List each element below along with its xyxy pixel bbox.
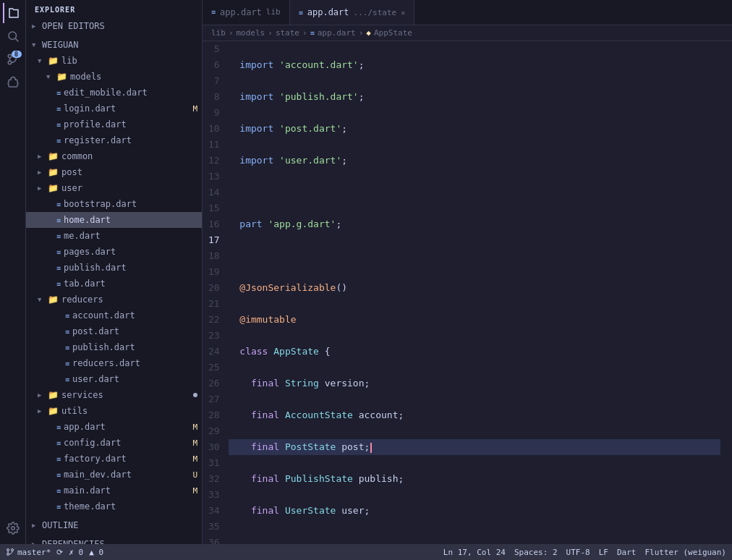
status-errors[interactable]: ✗ 0 (69, 548, 83, 557)
folder-common-label: common (61, 151, 93, 161)
folder-reducers-label: reducers (61, 294, 103, 305)
file-user-reducer[interactable]: ▶ ≡ user.dart (26, 371, 202, 387)
folder-services-label: services (61, 390, 103, 400)
breadcrumb-file[interactable]: app.dart (318, 28, 356, 38)
code-line-15: final String version; (229, 376, 720, 391)
folder-lib-arrow: ▼ (38, 57, 46, 64)
folder-utils-label: utils (61, 406, 88, 416)
file-publish-reducer[interactable]: ▶ ≡ publish.dart (26, 339, 202, 355)
code-line-8: import 'user.dart'; (229, 153, 720, 169)
tab-close-button[interactable]: ✕ (401, 9, 405, 17)
breadcrumb-models[interactable]: models (237, 28, 265, 38)
file-login[interactable]: ▶ ≡ login.dart M (26, 101, 202, 116)
weiguan-header[interactable]: ▼ WEIGUAN (26, 37, 202, 53)
activity-bar: 8 (0, 0, 26, 544)
status-left: master* ⟳ ✗ 0 ▲ 0 (6, 548, 103, 557)
file-factory-label: factory.dart (64, 454, 127, 464)
folder-common[interactable]: ▶ 📁 common (26, 148, 202, 164)
file-publish[interactable]: ▶ ≡ publish.dart (26, 260, 202, 276)
tab-app-dart-lib-label: app.dart (220, 7, 262, 17)
file-home[interactable]: ▶ ≡ home.dart (26, 212, 202, 228)
debug-icon[interactable] (3, 72, 23, 93)
breadcrumb-class[interactable]: AppState (374, 28, 412, 38)
status-warnings[interactable]: ▲ 0 (89, 548, 103, 557)
tab-app-dart-state-label: app.dart (307, 7, 349, 17)
file-account[interactable]: ▶ ≡ account.dart (26, 307, 202, 323)
folder-reducers[interactable]: ▼ 📁 reducers (26, 292, 202, 307)
file-main-dev[interactable]: ▶ ≡ main_dev.dart U (26, 467, 202, 483)
status-framework[interactable]: Flutter (weiguan) (644, 548, 726, 557)
status-language[interactable]: Dart (617, 548, 637, 557)
file-post[interactable]: ▶ ≡ post.dart (26, 323, 202, 339)
files-icon[interactable] (3, 3, 23, 23)
file-bootstrap-label: bootstrap.dart (64, 199, 137, 209)
status-cursor: Ln 17, Col 24 (443, 548, 506, 557)
file-config-label: config.dart (64, 438, 121, 448)
outline-arrow: ▶ (32, 522, 41, 529)
file-theme[interactable]: ▶ ≡ theme.dart (26, 499, 202, 514)
folder-models-label: models (70, 72, 101, 82)
code-line-9 (229, 184, 720, 200)
code-line-14: class AppState { (229, 344, 720, 360)
file-bootstrap[interactable]: ▶ ≡ bootstrap.dart (26, 196, 202, 212)
folder-post[interactable]: ▶ 📁 post (26, 164, 202, 180)
outline-header[interactable]: ▶ OUTLINE (26, 517, 202, 533)
file-pages[interactable]: ▶ ≡ pages.dart (26, 244, 202, 260)
file-main-dev-modified: U (192, 470, 197, 480)
svg-point-0 (9, 32, 17, 40)
code-editor[interactable]: 5 6 7 8 9 10 11 12 13 14 15 16 17 18 19 … (203, 41, 732, 544)
status-git[interactable]: master* (6, 548, 51, 557)
svg-point-8 (7, 549, 9, 551)
file-publish-label: publish.dart (64, 263, 127, 273)
file-user-reducer-label: user.dart (72, 374, 119, 384)
file-app-modified: M (192, 423, 197, 432)
tab-app-dart-lib[interactable]: ≡ app.dart lib (203, 0, 290, 25)
open-editors-arrow: ▶ (32, 22, 41, 30)
file-tab[interactable]: ▶ ≡ tab.dart (26, 276, 202, 292)
tab-app-dart-state[interactable]: ≡ app.dart .../state ✕ (290, 0, 414, 25)
folder-utils[interactable]: ▶ 📁 utils (26, 403, 202, 419)
code-line-5: import 'account.dart'; (229, 57, 720, 73)
folder-services[interactable]: ▶ 📁 services (26, 387, 202, 403)
folder-models-arrow: ▼ (46, 73, 55, 80)
settings-icon[interactable] (3, 518, 23, 538)
file-main[interactable]: ▶ ≡ main.dart M (26, 483, 202, 499)
file-post-label: post.dart (72, 326, 119, 336)
breadcrumb-state[interactable]: state (276, 28, 299, 38)
status-bar: master* ⟳ ✗ 0 ▲ 0 Ln 17, Col 24 Spaces: … (0, 544, 732, 560)
weiguan-label: WEIGUAN (42, 40, 79, 50)
file-register[interactable]: ▶ ≡ register.dart (26, 132, 202, 148)
code-line-11 (229, 248, 720, 264)
git-icon[interactable]: 8 (3, 49, 23, 69)
folder-models[interactable]: ▼ 📁 models (26, 69, 202, 85)
tab-bar: ≡ app.dart lib ≡ app.dart .../state ✕ (203, 0, 732, 25)
folder-user[interactable]: ▶ 📁 user (26, 180, 202, 196)
code-content[interactable]: import 'account.dart'; import 'publish.d… (229, 41, 732, 544)
file-app[interactable]: ▶ ≡ app.dart M (26, 419, 202, 435)
file-reducers-label: reducers.dart (72, 358, 140, 368)
breadcrumb-file-icon: ≡ (310, 29, 315, 37)
open-editors-header[interactable]: ▶ OPEN EDITORS (26, 18, 202, 34)
file-factory[interactable]: ▶ ≡ factory.dart M (26, 451, 202, 467)
breadcrumb-lib[interactable]: lib (211, 28, 226, 38)
dependencies-header[interactable]: ▶ DEPENDENCIES (26, 536, 202, 544)
breadcrumb-sep2: › (268, 28, 273, 38)
open-editors-label: OPEN EDITORS (42, 21, 105, 31)
folder-lib[interactable]: ▼ 📁 lib (26, 53, 202, 69)
file-me[interactable]: ▶ ≡ me.dart (26, 228, 202, 244)
folder-services-arrow: ▶ (38, 391, 46, 399)
file-login-label: login.dart (64, 103, 116, 114)
breadcrumb: lib › models › state › ≡ app.dart › ◆ Ap… (203, 25, 732, 41)
file-profile[interactable]: ▶ ≡ profile.dart (26, 116, 202, 132)
status-sync[interactable]: ⟳ (56, 548, 63, 557)
file-edit-mobile[interactable]: ▶ ≡ edit_mobile.dart (26, 85, 202, 101)
file-main-modified: M (192, 486, 197, 496)
file-config[interactable]: ▶ ≡ config.dart M (26, 435, 202, 451)
file-reducers[interactable]: ▶ ≡ reducers.dart (26, 355, 202, 371)
search-icon[interactable] (3, 26, 23, 46)
file-edit-mobile-label: edit_mobile.dart (64, 88, 148, 98)
outline-label: OUTLINE (42, 520, 79, 530)
file-pages-label: pages.dart (64, 247, 116, 257)
open-editors-section: ▶ OPEN EDITORS (26, 17, 202, 35)
folder-common-arrow: ▶ (38, 153, 46, 160)
